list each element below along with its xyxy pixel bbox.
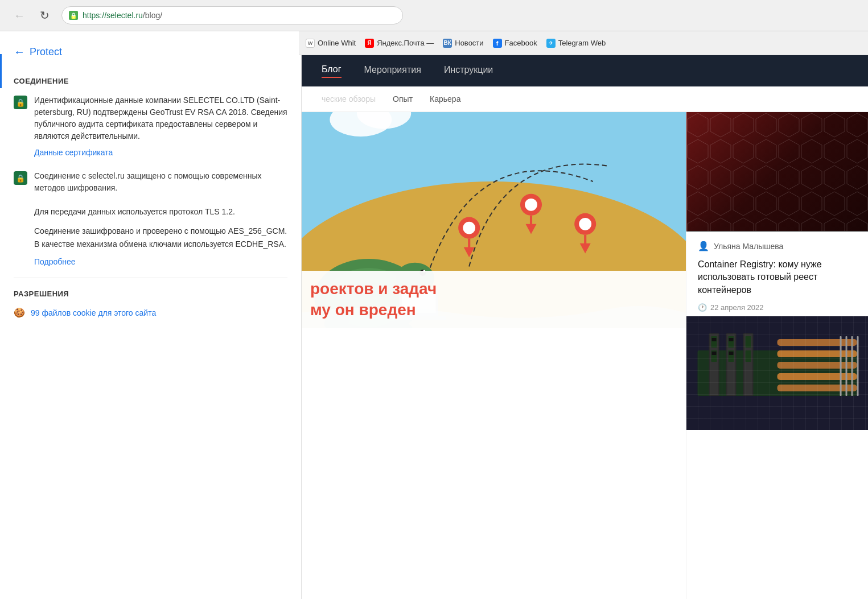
back-arrow-icon: ← <box>14 46 25 59</box>
bookmark-vk-label: Новости <box>455 39 483 47</box>
svg-point-20 <box>525 199 537 211</box>
right-column: Container Registry 👤 Ульяна Малышева Con… <box>686 112 868 599</box>
hex-pattern <box>686 112 868 231</box>
reload-button[interactable]: ↻ <box>36 7 52 23</box>
browser-chrome: ← ↻ https://selectel.ru/blog/ <box>0 0 868 31</box>
address-bar[interactable]: https://selectel.ru/blog/ <box>61 6 403 24</box>
back-button[interactable]: ← <box>11 7 27 23</box>
url-protocol: https:// <box>83 11 106 20</box>
cert-lock-badge: 🔒 <box>14 96 27 109</box>
telegram-icon: ✈ <box>546 39 556 48</box>
author-section: 👤 Ульяна Малышева Container Registry: ко… <box>686 232 868 316</box>
website-subnav: ческие обзоры Опыт Карьера <box>299 86 868 112</box>
subnav-reviews[interactable]: ческие обзоры <box>322 94 376 104</box>
card-article-title: Container Registry: кому нуже использова… <box>698 258 857 296</box>
back-link[interactable]: ← Protect <box>14 46 287 59</box>
bookmark-yandex[interactable]: Я Яндекс.Почта — <box>365 39 434 48</box>
article-text-overlay: роектов и задач му он вреден <box>299 271 686 328</box>
article-red-title-2: му он вреден <box>310 300 674 320</box>
cookies-item[interactable]: 🍪 99 файлов cookie для этого сайта <box>14 307 287 319</box>
cookies-link: 99 файлов cookie для этого сайта <box>31 308 156 317</box>
svg-rect-28 <box>686 112 868 231</box>
subnav-experience[interactable]: Опыт <box>393 94 413 104</box>
cert-description: Идентификационные данные компании SELECT… <box>34 96 287 141</box>
vk-icon: ВК <box>443 39 452 48</box>
connection-info-item: 🔒 Соединение с selectel.ru защищено с по… <box>14 170 287 194</box>
tls-text: Для передачи данных используется протоко… <box>34 205 287 218</box>
main-article: роектов и задач му он вреден <box>299 112 686 599</box>
url-path: /blog/ <box>143 11 162 20</box>
bookmark-inline-label: Online Whit <box>318 39 356 47</box>
card-date: 🕐 22 апреля 2022 <box>698 303 857 312</box>
cert-info-text: Идентификационные данные компании SELECT… <box>34 94 287 159</box>
connection-lock-badge: 🔒 <box>14 171 27 185</box>
article-red-title-1: роектов и задач <box>310 279 674 299</box>
details-link[interactable]: Подробнее <box>34 257 287 266</box>
bookmark-vk[interactable]: ВК Новости <box>443 39 483 48</box>
nav-events[interactable]: Мероприятия <box>364 65 421 77</box>
cert-info-item: 🔒 Идентификационные данные компании SELE… <box>14 94 287 159</box>
bookmarks-bar: W Online Whit Я Яндекс.Почта — ВК Новост… <box>299 31 868 55</box>
divider <box>14 278 287 278</box>
subnav-career[interactable]: Карьера <box>430 94 460 104</box>
author-line: 👤 Ульяна Малышева <box>698 241 857 251</box>
clock-icon: 🕐 <box>698 303 707 312</box>
content-area: роектов и задач му он вреден <box>299 112 868 599</box>
website-area: Блог Мероприятия Инструкции ческие обзор… <box>299 0 868 599</box>
bookmark-tg[interactable]: ✈ Telegram Web <box>546 39 606 48</box>
security-panel: ← Protect СОЕДИНЕНИЕ 🔒 Идентификационные… <box>0 0 302 599</box>
author-icon: 👤 <box>698 241 709 251</box>
section-permissions-title: РАЗРЕШЕНИЯ <box>14 290 287 298</box>
container-registry-card[interactable]: Container Registry <box>686 112 868 232</box>
hardware-photo-card[interactable] <box>686 316 868 430</box>
section-connection-title: СОЕДИНЕНИЕ <box>14 77 287 85</box>
svg-point-24 <box>579 218 591 230</box>
svg-point-16 <box>463 222 475 234</box>
bookmark-fb-label: Facebook <box>505 39 537 47</box>
yandex-icon: Я <box>365 39 374 48</box>
ssl-lock-icon <box>69 11 78 20</box>
date-text: 22 апреля 2022 <box>710 303 764 312</box>
cipher-text: Соединение зашифровано и проверено с пом… <box>34 225 287 250</box>
url-text: https://selectel.ru/blog/ <box>83 11 162 20</box>
accent-bar <box>0 54 2 88</box>
url-domain: selectel.ru <box>106 11 143 20</box>
back-link-label: Protect <box>30 46 62 58</box>
website-nav: Блог Мероприятия Инструкции <box>299 55 868 86</box>
cookie-icon: 🍪 <box>14 307 25 319</box>
connection-info-text: Соединение с selectel.ru защищено с помо… <box>34 170 287 194</box>
nav-blog[interactable]: Блог <box>322 64 342 78</box>
pcb-pattern <box>686 316 868 430</box>
bookmark-inline[interactable]: W Online Whit <box>306 39 356 48</box>
facebook-icon: f <box>493 39 502 48</box>
bookmark-fb[interactable]: f Facebook <box>493 39 537 48</box>
author-name: Ульяна Малышева <box>714 242 783 251</box>
inline-icon: W <box>306 39 315 48</box>
bookmark-yandex-label: Яндекс.Почта — <box>377 39 434 47</box>
bookmark-tg-label: Telegram Web <box>558 39 606 47</box>
cert-data-link[interactable]: Данные сертификата <box>34 147 287 159</box>
article-image: роектов и задач му он вреден <box>299 112 686 328</box>
nav-instructions[interactable]: Инструкции <box>444 65 493 77</box>
